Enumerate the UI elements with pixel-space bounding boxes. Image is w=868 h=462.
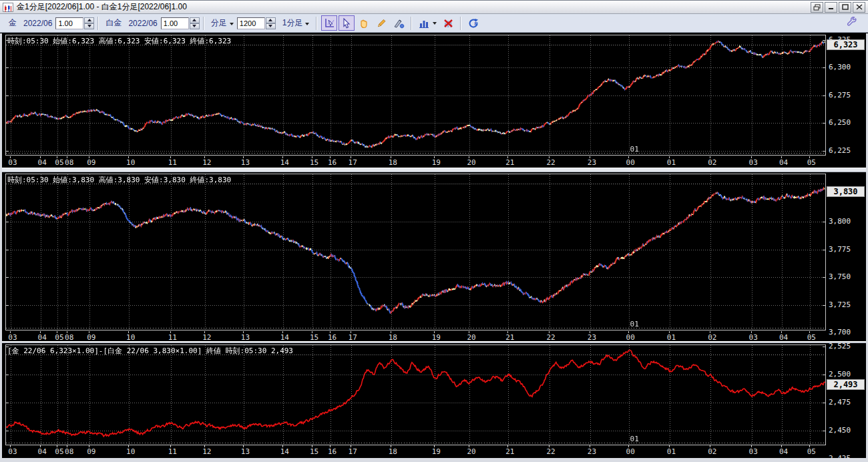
time-axis-label: 10: [126, 158, 135, 167]
chevron-down-icon: [230, 23, 234, 25]
price-axis-label: 3,700: [829, 328, 851, 336]
select-arrow-icon: [341, 18, 352, 29]
close-button[interactable]: [853, 2, 865, 13]
app-candlestick-icon: [3, 3, 13, 12]
hand-pan-tool-button[interactable]: [356, 15, 372, 31]
price-axis-label: 2,525: [829, 342, 851, 351]
time-axis-label: 17: [349, 447, 357, 456]
gold-label: 金: [9, 17, 17, 29]
time-axis-label: 05: [55, 447, 63, 456]
maximize-button[interactable]: [839, 2, 851, 13]
time-axis-label: 09: [87, 158, 95, 167]
spread-chart-panel: [金 22/06 6,323×1.00]-[白金 22/06 3,830×1.0…: [0, 343, 868, 458]
date-marker: 01: [630, 435, 639, 443]
time-axis-label: 02: [708, 158, 716, 167]
spread-chart-plot[interactable]: [金 22/06 6,323×1.00]-[白金 22/06 3,830×1.0…: [5, 344, 826, 445]
refresh-button[interactable]: R: [465, 15, 481, 31]
float-window-button[interactable]: [811, 2, 823, 13]
time-axis-label: 17: [349, 158, 357, 167]
chart-type-button[interactable]: [416, 15, 432, 31]
gold-chart-plot[interactable]: 時刻:05:30 始値:6,323 高値:6,323 安値:6,323 終値:6…: [5, 35, 826, 156]
period-type-dropdown[interactable]: 分足: [211, 17, 234, 29]
crosshair-track-tool-button[interactable]: [321, 15, 337, 31]
price-axis-label: 6,250: [829, 118, 851, 127]
time-axis-label: 19: [432, 447, 441, 456]
time-axis-label: 11: [168, 447, 177, 456]
platinum-chart-canvas: [6, 174, 825, 330]
date-marker: 01: [630, 320, 639, 328]
title-bar[interactable]: 金1分足[2022/06]1.00 - 白金1分足[2022/06]1.00: [0, 0, 868, 14]
pen-annotation-tool-button[interactable]: [391, 15, 407, 31]
time-axis-label: 16: [328, 447, 337, 456]
time-axis-label: 01: [667, 447, 676, 456]
gold-price-axis: 6,323 6,3256,3006,2756,2506,225: [826, 33, 866, 168]
time-axis-label: 21: [505, 158, 514, 167]
settings-wrench-button[interactable]: [847, 17, 857, 30]
bar-chart-icon: [419, 18, 429, 29]
price-axis-label: 2,500: [829, 370, 851, 379]
spread-last-price-badge: 2,493: [827, 379, 865, 390]
price-axis-label: 2,475: [829, 398, 851, 407]
time-axis-label: 03: [749, 158, 758, 167]
pencil-icon: [376, 18, 387, 29]
platinum-time-axis: 0304050809101112131415161718192021222300…: [5, 331, 826, 342]
platinum-multiplier-input[interactable]: [161, 17, 189, 29]
spread-price-axis: 2,493 2,5252,5002,4752,4502,425: [826, 343, 866, 458]
minimize-button[interactable]: [825, 2, 837, 13]
time-axis-label: 13: [241, 447, 250, 456]
pencil-draw-tool-button[interactable]: [373, 15, 389, 31]
time-axis-label: 23: [588, 447, 596, 456]
time-axis-label: 23: [588, 158, 596, 167]
platinum-chart-header: 時刻:05:30 始値:3,830 高値:3,830 安値:3,830 終値:3…: [7, 175, 231, 185]
time-axis-label: 13: [241, 158, 250, 167]
time-axis-label: 08: [65, 158, 73, 167]
spread-chart-header: [金 22/06 6,323×1.00]-[白金 22/06 3,830×1.0…: [7, 346, 293, 356]
platinum-label: 白金: [105, 17, 122, 29]
price-axis-label: 3,750: [829, 272, 851, 281]
hand-pan-icon: [359, 18, 369, 29]
time-axis-label: 00: [626, 447, 635, 456]
platinum-last-price-badge: 3,830: [827, 186, 865, 197]
time-axis-label: 20: [467, 447, 475, 456]
time-axis-label: 14: [280, 158, 289, 167]
price-axis-label: 2,450: [829, 426, 851, 435]
time-axis-label: 16: [328, 158, 337, 167]
toolbar-separator: [203, 17, 204, 30]
gold-multiplier-input[interactable]: [55, 17, 83, 29]
platinum-chart-plot[interactable]: 時刻:05:30 始値:3,830 高値:3,830 安値:3,830 終値:3…: [5, 174, 826, 330]
crosshair-track-icon: [324, 17, 335, 29]
price-axis-label: 3,725: [829, 300, 851, 309]
refresh-icon: R: [468, 18, 479, 29]
time-axis-label: 02: [708, 447, 716, 456]
time-axis-label: 12: [202, 158, 211, 167]
time-axis-label: 18: [389, 158, 397, 167]
time-axis-label: 15: [310, 158, 318, 167]
gold-chart-canvas: [6, 35, 825, 155]
time-axis-label: 05: [807, 158, 816, 167]
time-axis-label: 12: [202, 447, 211, 456]
time-axis-label: 04: [38, 158, 47, 167]
time-axis-label: 09: [87, 447, 95, 456]
panel-splitter[interactable]: [2, 168, 866, 172]
gold-multiplier-stepper[interactable]: [84, 17, 94, 29]
price-axis-label: 6,225: [829, 146, 851, 155]
price-axis-label: 3,775: [829, 245, 851, 254]
time-axis-label: 05: [807, 447, 816, 456]
platinum-multiplier-stepper[interactable]: [190, 17, 200, 29]
gold-last-price-badge: 6,323: [827, 39, 865, 50]
bar-count-stepper[interactable]: [266, 17, 276, 29]
time-axis-label: 11: [168, 158, 177, 167]
select-arrow-tool-button[interactable]: [339, 15, 355, 31]
bar-count-input[interactable]: [237, 17, 265, 29]
price-axis-label: 6,300: [829, 63, 851, 71]
spread-chart-canvas: [6, 345, 825, 445]
chart-type-dropdown-arrow[interactable]: [433, 22, 437, 25]
toolbar-separator: [460, 17, 461, 30]
chart-app-window: 金1分足[2022/06]1.00 - 白金1分足[2022/06]1.00 金…: [0, 0, 868, 462]
toolbar-separator: [97, 17, 99, 30]
timeframe-dropdown[interactable]: 1分足: [282, 17, 310, 29]
time-axis-label: 04: [779, 158, 788, 167]
toolbar-separator: [411, 17, 412, 30]
gold-contract-label: 2022/06: [23, 19, 52, 28]
delete-drawings-button[interactable]: [440, 15, 456, 31]
